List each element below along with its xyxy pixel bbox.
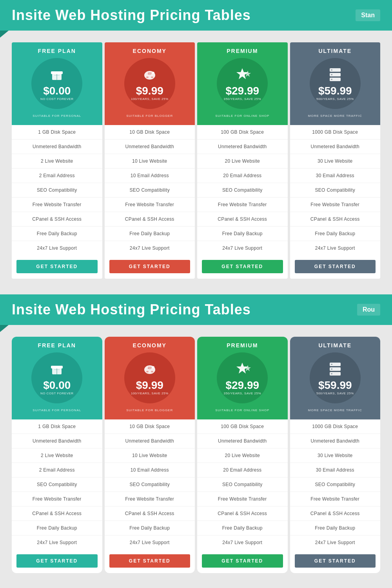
feature-item: CPanel & SSH Access xyxy=(290,506,381,521)
feature-item: 10 GB Disk Space xyxy=(105,125,195,140)
feature-item: 30 Live Website xyxy=(290,154,381,169)
feature-item: SEO Compatibility xyxy=(290,183,381,198)
feature-item: Unmetered Bandwidth xyxy=(290,434,381,448)
svg-rect-35 xyxy=(331,373,332,374)
svg-rect-13 xyxy=(331,69,332,71)
plan-card-teal: Free Plan $0.00 No Cost Forever Suitable… xyxy=(12,42,102,279)
feature-item: 1000 GB Disk Space xyxy=(290,125,381,140)
feature-item: CPanel & SSH Access xyxy=(105,506,195,521)
section-title: Insite Web Hosting Pricing Tables xyxy=(12,301,251,318)
get-started-button[interactable]: Get Started xyxy=(295,554,376,568)
feature-item: 10 Email Address xyxy=(105,463,195,477)
get-started-button[interactable]: Get Started xyxy=(109,260,191,273)
price-tagline: Suitable for Online Shop xyxy=(201,408,284,412)
price-amount: $9.99 xyxy=(136,380,163,391)
plan-name: Free Plan xyxy=(16,342,98,348)
plan-icon xyxy=(142,67,158,84)
feature-item: SEO Compatibility xyxy=(12,477,102,492)
section-1: Insite Web Hosting Pricing Tables Stan F… xyxy=(0,0,392,294)
feature-item: Unmetered Bandwidth xyxy=(105,140,195,154)
pricing-table: Free Plan $0.00 No Cost Forever Suitable… xyxy=(12,337,380,573)
feature-item: Free Website Transfer xyxy=(12,198,102,212)
plan-icon xyxy=(328,361,342,378)
feature-item: CPanel & SSH Access xyxy=(197,506,288,521)
get-started-button[interactable]: Get Started xyxy=(202,554,283,568)
price-tagline: More Space More Traffic xyxy=(294,114,377,118)
get-started-button[interactable]: Get Started xyxy=(202,260,283,273)
price-amount: $29.99 xyxy=(225,380,259,391)
price-circle: $0.00 No Cost Forever xyxy=(31,58,82,109)
svg-point-25 xyxy=(151,371,153,372)
feature-item: Unmetered Bandwidth xyxy=(197,434,288,448)
price-amount: $9.99 xyxy=(136,85,163,96)
plan-card-slate: Ultimate $59.99 500/Years, Save 25% More… xyxy=(290,337,381,573)
feature-item: Free Daily Backup xyxy=(290,227,381,241)
plan-name: Economy xyxy=(109,342,191,348)
svg-point-23 xyxy=(152,366,154,368)
feature-item: 30 Live Website xyxy=(290,448,381,463)
price-tagline: More Space More Traffic xyxy=(294,408,377,412)
feature-item: 2 Live Website xyxy=(12,448,102,463)
get-started-button[interactable]: Get Started xyxy=(295,260,376,273)
plan-card-slate: Ultimate $59.99 500/Years, Save 25% More… xyxy=(290,42,381,279)
price-circle: $9.99 100/Years, Save 25% xyxy=(124,352,175,403)
plan-name: Premium xyxy=(201,48,284,54)
svg-rect-15 xyxy=(331,74,332,75)
feature-item: 100 GB Disk Space xyxy=(197,125,288,140)
price-sub: 100/Years, Save 25% xyxy=(131,97,169,101)
feature-item: Free Website Transfer xyxy=(290,492,381,506)
feature-item: 30 Email Address xyxy=(290,169,381,183)
section-header: Insite Web Hosting Pricing Tables Rou xyxy=(0,294,392,325)
get-started-button[interactable]: Get Started xyxy=(16,554,98,568)
feature-item: 20 Live Website xyxy=(197,448,288,463)
price-amount: $29.99 xyxy=(225,85,259,96)
feature-item: Free Daily Backup xyxy=(197,227,288,241)
svg-point-7 xyxy=(151,76,153,78)
pricing-section: Free Plan $0.00 No Cost Forever Suitable… xyxy=(0,325,392,588)
price-amount: $0.00 xyxy=(43,85,71,96)
svg-rect-1 xyxy=(51,71,63,74)
price-tagline: Suitable for Blogger xyxy=(109,408,191,412)
plan-card-green: Premium $29.99 350/Years, Save 25% Suita… xyxy=(197,337,288,573)
section-badge: Rou xyxy=(357,304,380,316)
feature-item: 24x7 Live Support xyxy=(12,535,102,550)
features-list: 10 GB Disk SpaceUnmetered Bandwidth10 Li… xyxy=(105,419,195,550)
feature-item: Unmetered Bandwidth xyxy=(12,140,102,154)
plan-card-red: Economy $9.99 100/Years, Save 25% Suitab… xyxy=(105,42,195,279)
feature-item: SEO Compatibility xyxy=(105,183,195,198)
price-circle: $0.00 No Cost Forever xyxy=(31,352,82,403)
feature-item: Free Website Transfer xyxy=(105,492,195,506)
feature-item: 24x7 Live Support xyxy=(290,241,381,255)
plan-name: Ultimate xyxy=(294,48,377,54)
svg-rect-31 xyxy=(331,364,332,365)
section-2: Insite Web Hosting Pricing Tables Rou Fr… xyxy=(0,294,392,588)
feature-item: 10 Live Website xyxy=(105,448,195,463)
plan-card-teal: Free Plan $0.00 No Cost Forever Suitable… xyxy=(12,337,102,573)
svg-point-24 xyxy=(146,371,149,372)
price-sub: 100/Years, Save 25% xyxy=(131,392,169,395)
feature-item: 20 Email Address xyxy=(197,463,288,477)
svg-point-27 xyxy=(148,368,149,369)
price-circle: $59.99 500/Years, Save 25% xyxy=(310,352,361,403)
feature-item: 10 Email Address xyxy=(105,169,195,183)
feature-item: 10 GB Disk Space xyxy=(105,419,195,434)
plan-header: Economy $9.99 100/Years, Save 25% Suitab… xyxy=(105,42,195,125)
price-sub: 350/Years, Save 25% xyxy=(223,97,261,101)
svg-rect-19 xyxy=(51,366,63,368)
feature-item: Unmetered Bandwidth xyxy=(290,140,381,154)
get-started-button[interactable]: Get Started xyxy=(109,554,191,568)
plan-icon xyxy=(234,67,251,84)
plan-card-green: Premium $29.99 350/Years, Save 25% Suita… xyxy=(197,42,288,279)
feature-item: Unmetered Bandwidth xyxy=(12,434,102,448)
features-list: 1 GB Disk SpaceUnmetered Bandwidth2 Live… xyxy=(12,419,102,550)
plan-header: Free Plan $0.00 No Cost Forever Suitable… xyxy=(12,42,102,125)
plan-header: Premium $29.99 350/Years, Save 25% Suita… xyxy=(197,337,288,419)
plan-name: Ultimate xyxy=(294,342,377,348)
feature-item: 2 Live Website xyxy=(12,154,102,169)
svg-point-5 xyxy=(152,72,154,74)
get-started-button[interactable]: Get Started xyxy=(16,260,98,273)
svg-rect-33 xyxy=(331,368,332,370)
feature-item: SEO Compatibility xyxy=(105,477,195,492)
feature-item: Unmetered Bandwidth xyxy=(105,434,195,448)
feature-item: 1 GB Disk Space xyxy=(12,419,102,434)
